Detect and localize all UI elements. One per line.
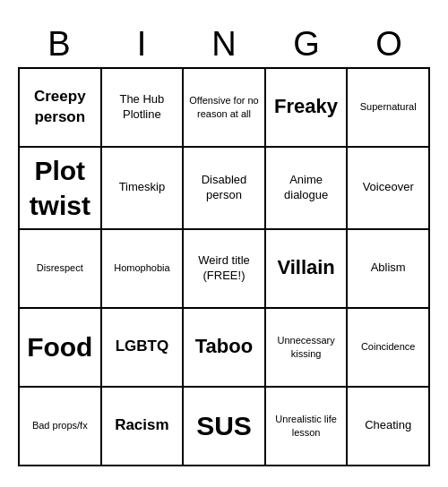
header-b: B bbox=[18, 21, 100, 67]
bingo-cell[interactable]: Unnecessary kissing bbox=[266, 309, 349, 388]
bingo-cell[interactable]: SUS bbox=[184, 388, 266, 466]
bingo-cell[interactable]: Disabled person bbox=[184, 148, 266, 230]
bingo-cell[interactable]: Supernatural bbox=[348, 69, 430, 148]
bingo-cell[interactable]: Bad props/fx bbox=[20, 388, 102, 466]
bingo-cell[interactable]: Plot twist bbox=[20, 148, 102, 230]
header-g: G bbox=[265, 21, 348, 67]
bingo-cell[interactable]: Anime dialogue bbox=[266, 148, 349, 230]
bingo-cell[interactable]: Food bbox=[20, 309, 102, 388]
bingo-header: B I N G O bbox=[18, 21, 430, 67]
header-o: O bbox=[348, 21, 430, 67]
bingo-cell[interactable]: LGBTQ bbox=[102, 309, 185, 388]
header-n: N bbox=[183, 21, 265, 67]
bingo-cell[interactable]: Freaky bbox=[266, 69, 349, 148]
bingo-cell[interactable]: Racism bbox=[102, 388, 185, 466]
bingo-cell[interactable]: Villain bbox=[266, 230, 349, 309]
bingo-cell[interactable]: Unrealistic life lesson bbox=[266, 388, 349, 466]
bingo-cell[interactable]: Taboo bbox=[184, 309, 266, 388]
bingo-cell[interactable]: The Hub Plotline bbox=[102, 69, 185, 148]
bingo-cell[interactable]: Voiceover bbox=[348, 148, 430, 230]
bingo-grid: Creepy personThe Hub PlotlineOffensive f… bbox=[18, 67, 430, 466]
bingo-cell[interactable]: Offensive for no reason at all bbox=[184, 69, 266, 148]
bingo-card: B I N G O Creepy personThe Hub PlotlineO… bbox=[9, 13, 439, 475]
bingo-cell[interactable]: Weird title (FREE!) bbox=[184, 230, 266, 309]
header-i: I bbox=[100, 21, 183, 67]
bingo-cell[interactable]: Timeskip bbox=[102, 148, 185, 230]
bingo-cell[interactable]: Coincidence bbox=[348, 309, 430, 388]
bingo-cell[interactable]: Homophobia bbox=[102, 230, 185, 309]
bingo-cell[interactable]: Cheating bbox=[348, 388, 430, 466]
bingo-cell[interactable]: Disrespect bbox=[20, 230, 102, 309]
bingo-cell[interactable]: Ablism bbox=[348, 230, 430, 309]
bingo-cell[interactable]: Creepy person bbox=[20, 69, 102, 148]
